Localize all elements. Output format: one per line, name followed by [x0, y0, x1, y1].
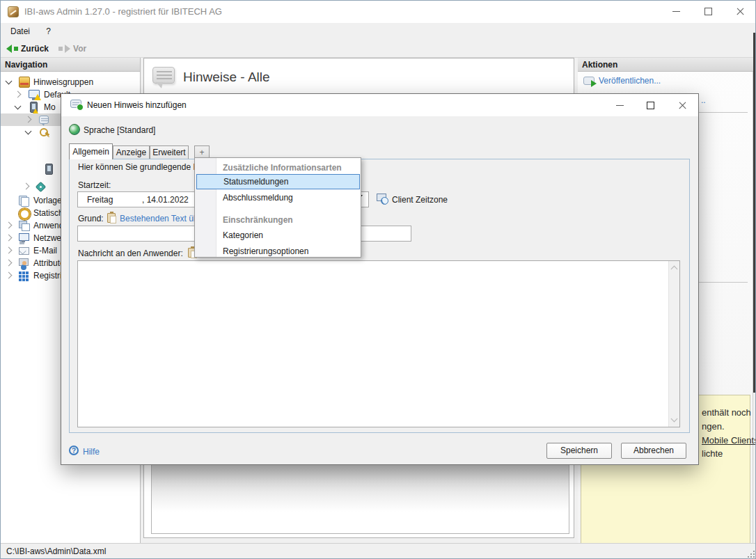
key-icon — [39, 127, 50, 138]
publish-icon — [583, 77, 594, 85]
menu-item-kategorien[interactable]: Kategorien — [196, 228, 360, 242]
hinweise-header-icon — [152, 67, 175, 84]
hinweisgruppen-icon — [19, 77, 30, 88]
status-bar: C:\IBI-aws\Admin\Data.xml — [1, 543, 756, 559]
publish-link[interactable]: Veröffentlichen... — [583, 74, 661, 87]
startzeit-label: Startzeit: — [78, 180, 111, 190]
tab-allgemein[interactable]: Allgemein — [69, 143, 113, 159]
navigation-header: Navigation — [1, 58, 141, 72]
dialog-close-button[interactable] — [667, 95, 698, 115]
actions-header: Aktionen — [578, 58, 753, 72]
chevron-right-icon[interactable] — [15, 91, 22, 98]
menu-section-header: Zusätzliche Informationsarten — [196, 161, 360, 175]
note-text: ngen. — [702, 421, 725, 432]
grund-label: Grund: — [78, 214, 104, 223]
page-title: Hinweise - Alle — [183, 70, 270, 85]
menu-item-abschlussmeldung[interactable]: Abschlussmeldung — [196, 191, 360, 205]
help-link[interactable]: Hilfe — [83, 447, 100, 457]
window-title: IBI-aws Admin 1.27.0 - registriert für I… — [24, 1, 222, 23]
chevron-down-icon[interactable] — [6, 78, 13, 85]
chevron-right-icon[interactable] — [6, 247, 13, 254]
hinweis-bubble-icon — [39, 116, 49, 124]
tab-erweitert[interactable]: Erweitert — [150, 145, 189, 159]
toolbar: Zurück Vor — [1, 40, 755, 58]
textarea-scrollbar[interactable] — [668, 261, 679, 427]
tree-label: E-Mail — [33, 246, 57, 255]
maximize-icon — [704, 8, 712, 15]
mobile-clients-link[interactable]: Mobile Clients — [702, 435, 756, 446]
app-window: IBI-aws Admin 1.27.0 - registriert für I… — [0, 0, 756, 559]
bestehenden-text-link[interactable]: Bestehenden Text üb — [120, 214, 198, 223]
forward-arrow-icon — [65, 45, 70, 53]
chevron-right-icon[interactable] — [6, 260, 13, 267]
chevron-down-icon[interactable] — [15, 103, 22, 110]
menu-item-registrierungsoptionen[interactable]: Registrierungsoptionen — [196, 244, 360, 258]
menu-datei[interactable]: Datei — [3, 23, 37, 40]
paste-icon — [107, 213, 116, 223]
registrierung-icon — [18, 270, 29, 281]
netzwerk-icon — [18, 233, 29, 244]
language-globe-icon — [69, 124, 80, 135]
close-icon — [678, 101, 687, 110]
menu-section-header: Einschränkungen — [196, 213, 360, 227]
scroll-down-icon[interactable] — [671, 416, 678, 423]
chevron-down-icon[interactable] — [25, 128, 32, 135]
resize-grip[interactable] — [746, 549, 755, 558]
tree-label: Hinweisgruppen — [33, 77, 93, 87]
vorlagen-icon — [18, 195, 29, 206]
minimize-icon — [672, 11, 680, 12]
chevron-right-icon[interactable] — [6, 235, 13, 242]
tree-label: Statisch — [33, 208, 63, 218]
chevron-right-icon[interactable] — [6, 272, 13, 279]
forward-button[interactable]: Vor — [58, 44, 86, 54]
back-button[interactable]: Zurück — [6, 44, 49, 54]
dialog-maximize-button[interactable] — [635, 95, 666, 115]
scroll-up-icon[interactable] — [671, 266, 678, 273]
dialog-minimize-button[interactable] — [604, 95, 635, 115]
default-group-icon — [29, 90, 40, 98]
action-link-fragment[interactable]: .. — [701, 95, 706, 105]
chevron-right-icon[interactable] — [23, 183, 30, 190]
maximize-button[interactable] — [692, 1, 724, 22]
tag-icon — [36, 181, 47, 192]
tree-label: Attribute — [33, 258, 65, 268]
note-text: lichte — [702, 448, 723, 459]
language-label: Sprache [Standard] — [84, 125, 155, 135]
menu-help[interactable]: ? — [39, 23, 58, 40]
back-arrow-bar — [14, 47, 18, 51]
note-text: enthält noch — [702, 407, 751, 418]
client-zeitzone-icon — [377, 193, 388, 204]
attribute-icon — [18, 258, 29, 269]
minimize-icon — [616, 105, 624, 106]
dialog-icon — [70, 100, 81, 108]
intro-text: Hier können Sie grundlegende Ei — [78, 162, 200, 172]
back-arrow-icon — [6, 45, 12, 53]
email-icon — [18, 245, 29, 256]
nachricht-label: Nachricht an den Anwender: — [78, 249, 183, 258]
anwendungen-icon — [18, 220, 29, 231]
chevron-right-icon[interactable] — [6, 222, 13, 229]
dialog-title-bar: Neuen Hinweis hinzufügen — [61, 94, 698, 116]
startzeit-day: Freitag — [87, 195, 113, 205]
cancel-button[interactable]: Abbrechen — [621, 443, 686, 459]
statisch-icon — [18, 207, 29, 219]
save-button[interactable]: Speichern — [546, 443, 612, 459]
back-label: Zurück — [21, 44, 49, 54]
neuen-hinweis-dialog: Neuen Hinweis hinzufügen Sprache [Standa… — [61, 93, 699, 465]
mobile-group-icon — [30, 102, 38, 113]
forward-arrow-bar — [58, 47, 63, 51]
chevron-right-icon[interactable] — [25, 116, 32, 123]
menu-item-statusmeldungen[interactable]: Statusmeldungen — [196, 174, 360, 189]
tree-label: Mo — [44, 102, 56, 112]
nachricht-textarea[interactable] — [77, 260, 680, 427]
data-file-path: C:\IBI-aws\Admin\Data.xml — [6, 546, 106, 556]
maximize-icon — [647, 102, 654, 109]
background-window-edge — [753, 33, 756, 393]
tree-item-hinweisgruppen[interactable]: Hinweisgruppen — [1, 76, 141, 88]
forward-label: Vor — [73, 44, 86, 54]
app-icon — [8, 6, 19, 17]
close-button[interactable] — [724, 1, 756, 22]
dialog-title: Neuen Hinweis hinzufügen — [87, 94, 187, 116]
minimize-button[interactable] — [660, 1, 692, 22]
tab-anzeige[interactable]: Anzeige — [113, 145, 150, 159]
